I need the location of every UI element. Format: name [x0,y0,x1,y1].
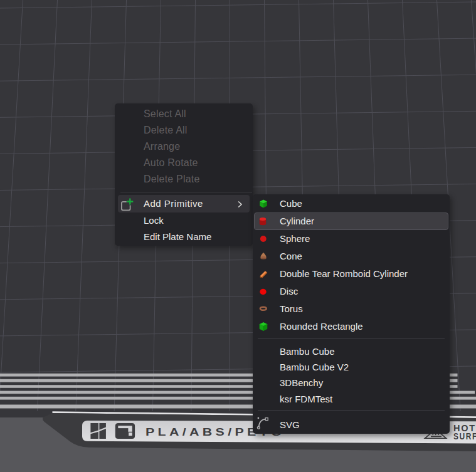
svg-text:SURFACE: SURFACE [453,431,476,441]
